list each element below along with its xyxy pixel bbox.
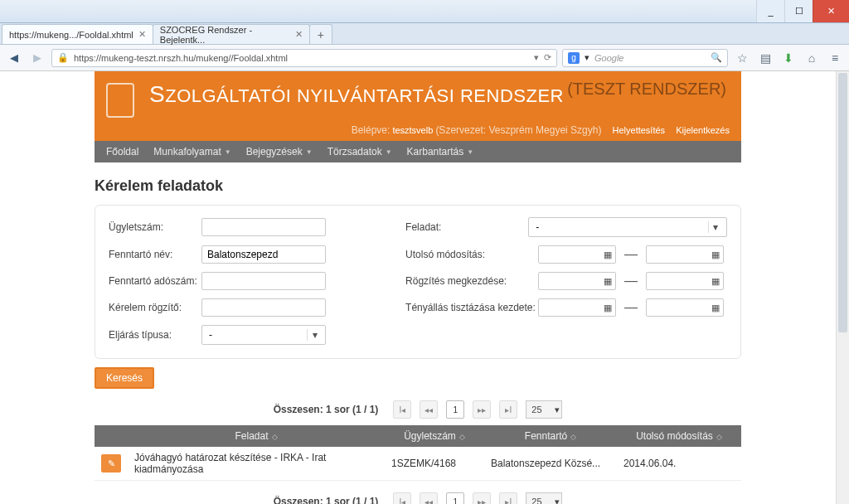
calendar-icon: ▦	[711, 303, 720, 313]
pager-prev[interactable]: ◂◂	[420, 492, 438, 504]
range-dash: —	[624, 300, 638, 315]
pager-next[interactable]: ▸▸	[473, 400, 491, 419]
download-icon[interactable]: ⬇	[779, 49, 798, 67]
menu-item-munkafolyamat[interactable]: Munkafolyamat▼	[147, 141, 237, 162]
label-eljaras-tipusa: Eljárás típusa:	[109, 329, 201, 341]
back-button[interactable]: ◀	[5, 49, 23, 67]
sort-icon: ◇	[570, 433, 576, 441]
col-utolso[interactable]: Utolsó módosítás	[636, 430, 713, 442]
window-maximize-button[interactable]: ☐	[784, 0, 813, 22]
pager-last[interactable]: ▸I	[499, 400, 517, 419]
pencil-icon: ✎	[108, 458, 115, 469]
close-icon[interactable]: ✕	[138, 29, 146, 40]
menu-item-fooldal[interactable]: Főoldal	[99, 141, 145, 162]
date-to-rogzites[interactable]: ▦	[646, 272, 724, 290]
window-minimize-button[interactable]: _	[756, 0, 784, 22]
pager-page[interactable]: 1	[446, 492, 464, 504]
lock-icon: 🔒	[57, 52, 69, 63]
input-kerelem-rogzito[interactable]	[201, 298, 326, 317]
user-name: tesztsvelb	[392, 125, 433, 135]
home-icon[interactable]: ⌂	[803, 49, 821, 67]
pager-top: Összesen: 1 sor (1 / 1) I◂ ◂◂ 1 ▸▸ ▸I 25…	[95, 400, 741, 419]
menu-icon[interactable]: ≡	[826, 49, 844, 67]
pager-next[interactable]: ▸▸	[473, 492, 491, 504]
range-dash: —	[624, 247, 638, 262]
pager-size[interactable]: 25▾	[526, 400, 562, 419]
pager-first[interactable]: I◂	[393, 400, 411, 419]
col-fenntarto[interactable]: Fenntartó	[525, 430, 567, 442]
sort-icon: ◇	[272, 433, 278, 441]
pager-summary: Összesen: 1 sor (1 / 1)	[274, 496, 379, 504]
filter-panel: Ügyletszám: Feladat: - ▾ Fenntartó név:	[95, 205, 741, 359]
label-utolso-modositas: Utolsó módosítás:	[405, 249, 538, 260]
date-to-utolso[interactable]: ▦	[646, 245, 724, 264]
input-fenntarto-adoszam[interactable]	[201, 272, 326, 290]
menu-item-bejegyzesek[interactable]: Bejegyzések▼	[240, 141, 319, 162]
reload-icon[interactable]: ⟳	[544, 52, 551, 63]
cell-utolso: 2014.06.04.	[617, 447, 741, 481]
test-badge: (TESZT RENDSZER)	[567, 80, 726, 99]
input-fenntarto-nev[interactable]	[201, 245, 326, 264]
input-ugyletszam[interactable]	[201, 218, 326, 236]
menu-item-karbantartas[interactable]: Karbantartás▼	[400, 141, 481, 162]
date-from-utolso[interactable]: ▦	[538, 245, 616, 264]
window-titlebar: _ ☐ ✕	[0, 0, 849, 23]
range-dash: —	[624, 274, 638, 288]
label-fenntarto-adoszam: Fenntartó adószám:	[109, 275, 201, 287]
pager-page[interactable]: 1	[446, 400, 464, 419]
label-fenntarto-nev: Fenntartó név:	[109, 249, 201, 260]
dropdown-icon[interactable]: ▾	[534, 52, 539, 63]
close-icon[interactable]: ✕	[295, 29, 303, 40]
search-placeholder: Google	[594, 53, 623, 63]
cell-feladat: Jóváhagyó határozat készítése - IRKA - I…	[128, 447, 385, 481]
pager-size[interactable]: 25▾	[526, 492, 562, 504]
new-tab-button[interactable]: +	[309, 24, 332, 44]
chevron-down-icon: ▾	[708, 221, 723, 233]
browser-search[interactable]: g ▾ Google 🔍	[562, 49, 728, 67]
login-label: Belépve:	[352, 124, 391, 136]
pager-first[interactable]: I◂	[393, 492, 411, 504]
date-from-tenyallas[interactable]: ▦	[538, 298, 616, 317]
browser-navbar: ◀ ▶ 🔒 https://mukeng-teszt.nrszh.hu/muke…	[0, 45, 849, 71]
col-feladat[interactable]: Feladat	[235, 430, 268, 442]
tab-label: https://mukeng.../Fooldal.xhtml	[9, 30, 133, 40]
bookmark-star-icon[interactable]: ☆	[733, 49, 751, 67]
main-menu: Főoldal Munkafolyamat▼ Bejegyzések▼ Törz…	[95, 141, 741, 162]
search-button[interactable]: Keresés	[95, 367, 154, 389]
library-icon[interactable]: ▤	[756, 49, 774, 67]
select-feladat[interactable]: - ▾	[528, 217, 727, 237]
vertical-scrollbar[interactable]	[836, 71, 849, 504]
date-to-tenyallas[interactable]: ▦	[646, 298, 724, 317]
date-from-rogzites[interactable]: ▦	[538, 272, 616, 290]
col-ugyletszam[interactable]: Ügyletszám	[404, 430, 456, 442]
link-substitute[interactable]: Helyettesítés	[613, 125, 666, 135]
pager-last[interactable]: ▸I	[499, 492, 517, 504]
search-icon[interactable]: 🔍	[711, 52, 722, 63]
link-logout[interactable]: Kijelentkezés	[676, 125, 730, 135]
pager-bottom: Összesen: 1 sor (1 / 1) I◂ ◂◂ 1 ▸▸ ▸I 25…	[95, 492, 741, 504]
window-close-button[interactable]: ✕	[813, 0, 849, 22]
menu-item-torzsadatok[interactable]: Törzsadatok▼	[321, 141, 399, 162]
browser-tab[interactable]: https://mukeng.../Fooldal.xhtml ✕	[2, 24, 153, 44]
chevron-down-icon: ▼	[467, 148, 473, 156]
scrollbar-thumb[interactable]	[838, 73, 847, 332]
browser-tabstrip: https://mukeng.../Fooldal.xhtml ✕ SZOCRE…	[0, 23, 849, 45]
chevron-down-icon: ▼	[386, 148, 392, 156]
chevron-down-icon: ▾	[555, 497, 560, 505]
forward-button[interactable]: ▶	[28, 49, 46, 67]
url-text: https://mukeng-teszt.nrszh.hu/mukeng//Fo…	[74, 53, 288, 63]
label-tenyallas: Tényállás tisztázása kezdete:	[405, 302, 538, 313]
select-eljaras-tipusa[interactable]: - ▾	[201, 325, 326, 345]
calendar-icon: ▦	[711, 250, 720, 260]
pager-prev[interactable]: ◂◂	[420, 400, 438, 419]
org-label: (Szervezet: Veszprém Megyei Szgyh)	[435, 124, 601, 136]
app-banner: (TESZT RENDSZER) SZOLGÁLTATÓI NYILVÁNTAR…	[95, 71, 741, 119]
tab-label: SZOCREG Rendszer - Bejelentk...	[160, 25, 290, 45]
sort-icon: ◇	[459, 433, 465, 441]
url-bar[interactable]: 🔒 https://mukeng-teszt.nrszh.hu/mukeng//…	[51, 49, 557, 67]
chevron-down-icon: ▼	[306, 148, 313, 156]
page-title: Kérelem feladatok	[95, 177, 741, 195]
table-row: ✎ Jóváhagyó határozat készítése - IRKA -…	[95, 447, 741, 481]
browser-tab[interactable]: SZOCREG Rendszer - Bejelentk... ✕	[153, 24, 310, 44]
edit-button[interactable]: ✎	[101, 454, 121, 472]
